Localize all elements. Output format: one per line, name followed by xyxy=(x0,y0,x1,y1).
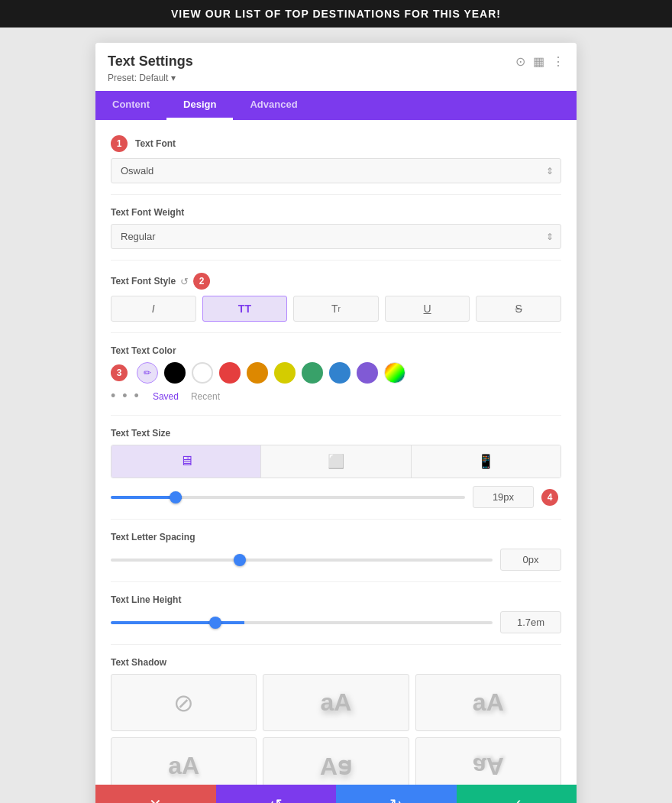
text-font-select-wrapper: Oswald Arial Georgia Roboto Open Sans xyxy=(111,158,561,183)
font-weight-select[interactable]: Regular Bold Light Medium xyxy=(111,224,561,249)
preset-dropdown[interactable]: Preset: Default ▾ xyxy=(108,73,564,83)
no-shadow-icon: ⊘ xyxy=(173,688,194,717)
letter-spacing-section: Text Letter Spacing xyxy=(111,532,561,542)
layout-icon[interactable]: ▦ xyxy=(533,54,544,69)
eyedropper-icon: ✏ xyxy=(144,368,151,378)
line-height-input[interactable] xyxy=(500,611,561,633)
shadow-4-btn[interactable]: ɐA xyxy=(263,737,409,785)
style-strikethrough-btn[interactable]: S xyxy=(476,296,561,322)
panel-header: Text Settings ⊙ ▦ ⋮ Preset: Default ▾ xyxy=(95,43,577,83)
text-color-section: Text Text Color xyxy=(111,345,561,356)
shadow-3-btn[interactable]: aA xyxy=(111,737,257,785)
font-weight-section: Text Font Weight xyxy=(111,207,561,218)
font-style-reset[interactable]: ↺ xyxy=(180,276,189,287)
cancel-icon: ✕ xyxy=(149,795,162,803)
desktop-icon: 🖥 xyxy=(179,453,193,468)
font-weight-label: Text Font Weight xyxy=(111,207,184,218)
device-mobile-btn[interactable]: 📱 xyxy=(412,445,561,478)
shadow-5-preview: aA xyxy=(473,752,504,780)
device-selector: 🖥 ⬜ 📱 xyxy=(111,445,561,478)
style-underline-btn[interactable]: U xyxy=(385,296,470,322)
color-blue[interactable] xyxy=(329,362,351,384)
text-font-section: 1 Text Font xyxy=(111,135,561,152)
shadow-none-btn[interactable]: ⊘ xyxy=(111,674,257,731)
line-height-section: Text Line Height xyxy=(111,594,561,605)
save-button[interactable]: ✓ xyxy=(457,785,577,803)
shadow-4-preview: ɐA xyxy=(320,752,352,781)
mobile-icon: 📱 xyxy=(477,454,494,469)
color-eyedropper[interactable]: ✏ xyxy=(137,362,158,384)
cancel-button[interactable]: ✕ xyxy=(95,785,216,803)
font-style-section: Text Font Style ↺ 2 xyxy=(111,273,561,290)
banner-text: VIEW OUR LIST OF TOP DESTINATIONS FOR TH… xyxy=(171,8,501,20)
panel-content: 1 Text Font Oswald Arial Georgia Roboto … xyxy=(95,120,577,785)
header-icons: ⊙ ▦ ⋮ xyxy=(515,54,564,69)
line-height-label: Text Line Height xyxy=(111,594,181,605)
text-color-label: Text Text Color xyxy=(111,345,176,356)
shadow-5-btn[interactable]: aA xyxy=(415,737,561,785)
text-size-section: Text Text Size xyxy=(111,428,561,439)
color-orange[interactable] xyxy=(247,362,268,384)
letter-spacing-slider[interactable] xyxy=(111,559,493,562)
shadow-1-btn[interactable]: aA xyxy=(263,674,409,731)
shadow-3-preview: aA xyxy=(168,752,199,780)
device-tablet-btn[interactable]: ⬜ xyxy=(261,445,411,478)
color-white[interactable] xyxy=(192,362,213,384)
panel-title: Text Settings xyxy=(108,53,193,70)
reset-icon: ↺ xyxy=(270,795,283,803)
device-desktop-btn[interactable]: 🖥 xyxy=(111,445,261,478)
style-italic-btn[interactable]: I xyxy=(111,296,196,322)
recent-colors-tab[interactable]: Recent xyxy=(191,391,220,402)
tabs-bar: Content Design Advanced xyxy=(95,91,577,120)
color-swatches: 3 ✏ xyxy=(111,362,561,384)
line-height-slider-row xyxy=(111,611,561,633)
redo-icon: ↻ xyxy=(389,795,402,803)
text-size-input[interactable] xyxy=(473,486,534,508)
color-gradient[interactable] xyxy=(384,362,405,384)
style-mixed-btn[interactable]: Tr xyxy=(293,296,379,322)
more-colors-btn[interactable]: • • • xyxy=(111,388,141,404)
tab-content[interactable]: Content xyxy=(95,91,166,120)
tab-advanced[interactable]: Advanced xyxy=(233,91,314,120)
font-style-buttons: I TT Tr U S xyxy=(111,296,561,322)
more-icon[interactable]: ⋮ xyxy=(552,54,564,69)
font-style-label: Text Font Style xyxy=(111,276,176,287)
badge-1: 1 xyxy=(111,135,128,152)
shadow-2-preview: aA xyxy=(473,688,504,717)
text-shadow-label: Text Shadow xyxy=(111,657,166,668)
letter-spacing-label: Text Letter Spacing xyxy=(111,532,195,542)
color-purple[interactable] xyxy=(357,362,378,384)
tablet-icon: ⬜ xyxy=(328,454,344,469)
badge-3: 3 xyxy=(111,364,128,381)
text-size-slider[interactable] xyxy=(111,496,465,499)
redo-button[interactable]: ↻ xyxy=(336,785,457,803)
action-bar: ✕ ↺ ↻ ✓ xyxy=(95,785,577,803)
style-bold-btn[interactable]: TT xyxy=(202,296,288,322)
color-red[interactable] xyxy=(219,362,241,384)
settings-panel: Text Settings ⊙ ▦ ⋮ Preset: Default ▾ Co… xyxy=(95,43,577,803)
shadow-2-btn[interactable]: aA xyxy=(415,674,561,731)
font-weight-select-wrapper: Regular Bold Light Medium xyxy=(111,224,561,249)
saved-colors-tab[interactable]: Saved xyxy=(153,391,179,402)
letter-spacing-input[interactable] xyxy=(500,549,561,571)
color-yellow[interactable] xyxy=(274,362,296,384)
badge-4: 4 xyxy=(541,489,558,506)
text-font-select[interactable]: Oswald Arial Georgia Roboto Open Sans xyxy=(111,158,561,183)
text-shadow-section: Text Shadow xyxy=(111,657,561,668)
screenshot-icon[interactable]: ⊙ xyxy=(515,54,525,69)
color-black[interactable] xyxy=(164,362,186,384)
shadow-1-preview: aA xyxy=(321,688,352,717)
letter-spacing-slider-row xyxy=(111,549,561,571)
tab-design[interactable]: Design xyxy=(166,91,233,120)
line-height-slider[interactable] xyxy=(111,621,493,624)
shadow-grid: ⊘ aA aA aA ɐA a xyxy=(111,674,561,785)
top-banner: VIEW OUR LIST OF TOP DESTINATIONS FOR TH… xyxy=(0,0,672,28)
text-size-label: Text Text Size xyxy=(111,428,170,439)
text-font-label: Text Font xyxy=(135,138,176,149)
color-green[interactable] xyxy=(302,362,323,384)
text-size-slider-row: 4 xyxy=(111,486,561,508)
reset-button[interactable]: ↺ xyxy=(216,785,337,803)
save-icon: ✓ xyxy=(510,795,523,803)
badge-2: 2 xyxy=(193,273,210,290)
